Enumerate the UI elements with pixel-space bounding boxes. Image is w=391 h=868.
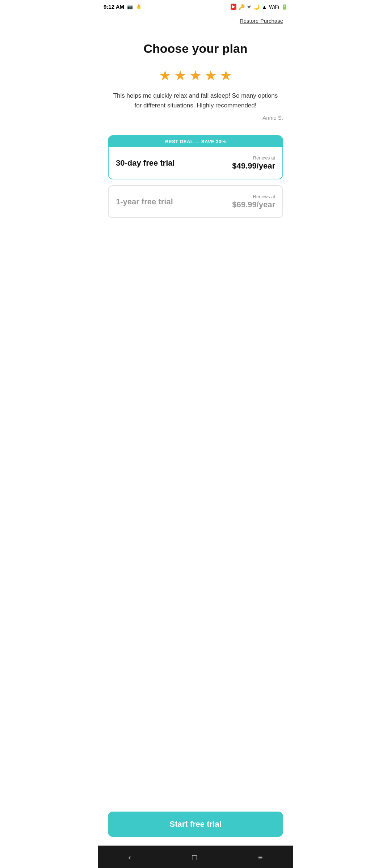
review-text: This helps me quickly relax and fall asl… — [108, 91, 283, 110]
plan-30day-badge: BEST DEAL — SAVE 30% — [109, 136, 282, 147]
plan-30day-price: $49.99/year — [232, 161, 275, 171]
star-1: ★ — [159, 68, 171, 84]
wifi-icon: WiFi — [269, 4, 279, 10]
plan-30day-card[interactable]: BEST DEAL — SAVE 30% 30-day free trial R… — [108, 135, 283, 179]
main-content: Choose your plan ★ ★ ★ ★ ★ This helps me… — [98, 24, 293, 846]
video-icon: 📷 — [127, 4, 133, 9]
plans-list: BEST DEAL — SAVE 30% 30-day free trial R… — [108, 135, 283, 218]
start-free-trial-button[interactable]: Start free trial — [108, 812, 283, 837]
plan-30day-renews-label: Renews at — [232, 155, 275, 161]
star-2: ★ — [174, 68, 186, 84]
bluetooth-icon: ✳ — [247, 4, 251, 10]
key-icon: 🔑 — [239, 4, 245, 10]
plan-1year-renews-label: Renews at — [232, 194, 275, 199]
plan-30day-price-area: Renews at $49.99/year — [232, 155, 275, 171]
star-3: ★ — [189, 68, 202, 84]
battery-icon: 🔋 — [281, 4, 287, 10]
plan-30day-body: 30-day free trial Renews at $49.99/year — [109, 147, 282, 179]
time-text: 9:12 AM — [104, 4, 124, 10]
reviewer-name: Annie S. — [108, 115, 283, 121]
record-icon: ▶ — [231, 4, 236, 10]
plan-1year-trial-label: 1-year free trial — [116, 197, 173, 207]
signal-icon: ▲ — [262, 4, 267, 10]
hand-icon: 🤚 — [136, 4, 142, 9]
spacer — [108, 227, 283, 812]
status-bar: 9:12 AM 📷 🤚 ▶ 🔑 ✳ 🌙 ▲ WiFi 🔋 — [98, 0, 293, 12]
star-rating: ★ ★ ★ ★ ★ — [108, 68, 283, 84]
status-time: 9:12 AM 📷 🤚 — [104, 4, 142, 10]
status-right-icons: ▶ 🔑 ✳ 🌙 ▲ WiFi 🔋 — [231, 4, 287, 10]
page-title: Choose your plan — [108, 41, 283, 56]
nav-home-button[interactable]: □ — [185, 850, 204, 865]
plan-30day-trial-label: 30-day free trial — [116, 158, 175, 168]
star-4: ★ — [205, 68, 217, 84]
plan-1year-body: 1-year free trial Renews at $69.99/year — [109, 186, 282, 217]
plan-1year-card[interactable]: 1-year free trial Renews at $69.99/year — [108, 185, 283, 218]
restore-purchase-button[interactable]: Restore Purchase — [240, 18, 283, 24]
nav-back-button[interactable]: ‹ — [121, 850, 138, 865]
plan-1year-price: $69.99/year — [232, 200, 275, 209]
nav-menu-button[interactable]: ≡ — [251, 850, 270, 865]
moon-icon: 🌙 — [253, 4, 260, 10]
bottom-navigation: ‹ □ ≡ — [98, 846, 293, 868]
restore-purchase-area: Restore Purchase — [98, 12, 293, 24]
plan-1year-price-area: Renews at $69.99/year — [232, 194, 275, 209]
star-5: ★ — [220, 68, 232, 84]
cta-container: Start free trial — [108, 812, 283, 846]
